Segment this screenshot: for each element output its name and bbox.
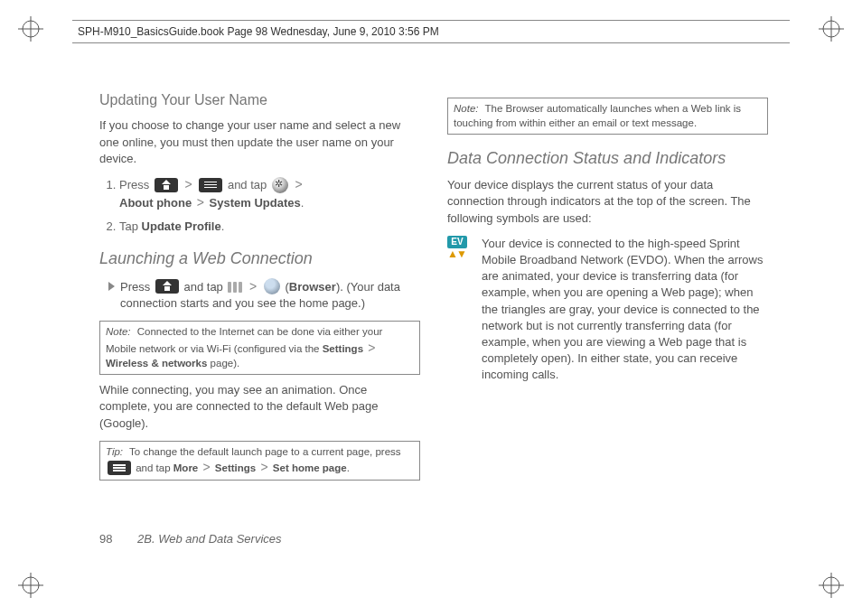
crop-mark-icon	[819, 573, 844, 598]
page-footer: 98 2B. Web and Data Services	[99, 532, 282, 546]
settings-gear-icon	[272, 177, 288, 193]
chevron-icon: >	[184, 177, 192, 191]
step-1: Press > and tap > About phone > System U…	[119, 176, 420, 211]
menu-path-item: Settings	[215, 462, 256, 473]
menu-path-item: Set home page	[273, 462, 347, 473]
home-key-icon	[155, 178, 178, 192]
text: Press	[120, 280, 154, 294]
text: Tap	[119, 219, 142, 233]
paragraph: Your device is connected to the high-spe…	[482, 236, 768, 384]
heading-updating-username: Updating Your User Name	[99, 90, 420, 110]
tip-text: .	[347, 462, 350, 473]
note-box: Note: Connected to the Internet can be d…	[99, 321, 420, 375]
status-bar-icon	[228, 282, 242, 293]
tip-text: and tap	[136, 462, 173, 473]
chevron-icon: >	[260, 460, 267, 474]
bullet-triangle-icon	[108, 282, 115, 291]
menu-path-item: Update Profile	[142, 219, 221, 233]
right-column: Note: The Browser automatically launches…	[447, 90, 768, 560]
home-key-icon	[155, 279, 179, 294]
ev-badge: EV	[447, 236, 467, 248]
crop-mark-icon	[819, 16, 844, 42]
text: and tap	[228, 178, 270, 191]
tip-text: To change the default launch page to a c…	[129, 446, 401, 457]
crop-mark-icon	[18, 16, 43, 42]
page-number: 98	[99, 532, 112, 546]
note-text: The Browser automatically launches when …	[454, 103, 741, 128]
menu-key-icon	[199, 178, 222, 192]
chevron-icon: >	[295, 177, 303, 191]
evdo-indicator-icon: EV ▲▼	[447, 236, 473, 384]
note-text: page).	[211, 358, 240, 369]
chevron-icon: >	[202, 460, 210, 474]
step-2: Tap Update Profile.	[119, 219, 420, 235]
section-title: 2B. Web and Data Services	[137, 532, 281, 546]
text: and tap	[183, 280, 226, 294]
step-text: Press and tap > (Browser). (Your data co…	[120, 278, 420, 313]
tip-label: Tip:	[106, 446, 123, 457]
running-header: SPH-M910_BasicsGuide.book Page 98 Wednes…	[72, 20, 790, 43]
note-label: Note:	[454, 103, 479, 114]
paragraph: If you choose to change your user name a…	[99, 117, 420, 167]
note-box: Note: The Browser automatically launches…	[447, 98, 768, 135]
menu-path-item: Settings	[323, 343, 363, 354]
tip-box: Tip: To change the default launch page t…	[99, 441, 420, 481]
note-label: Note:	[106, 326, 131, 337]
text: Press	[119, 178, 153, 191]
menu-key-icon	[108, 461, 131, 475]
data-arrows-icon: ▲▼	[447, 249, 473, 258]
menu-path-item: More	[173, 462, 198, 473]
paragraph: While connecting, you may see an animati…	[99, 382, 420, 432]
chevron-icon: >	[249, 279, 257, 294]
heading-launching-web: Launching a Web Connection	[99, 247, 420, 270]
crop-mark-icon	[18, 573, 43, 598]
menu-path-item: About phone	[119, 196, 192, 210]
running-header-text: SPH-M910_BasicsGuide.book Page 98 Wednes…	[78, 25, 439, 38]
chevron-icon: >	[197, 195, 204, 210]
browser-globe-icon	[264, 278, 280, 294]
paragraph: Your device displays the current status …	[447, 177, 768, 227]
menu-path-item: Wireless & networks	[106, 358, 207, 369]
menu-path-item: System Updates	[210, 196, 301, 210]
left-column: Updating Your User Name If you choose to…	[99, 90, 420, 560]
app-name: Browser	[289, 280, 336, 294]
chevron-icon: >	[368, 341, 375, 355]
heading-data-connection: Data Connection Status and Indicators	[447, 147, 768, 170]
